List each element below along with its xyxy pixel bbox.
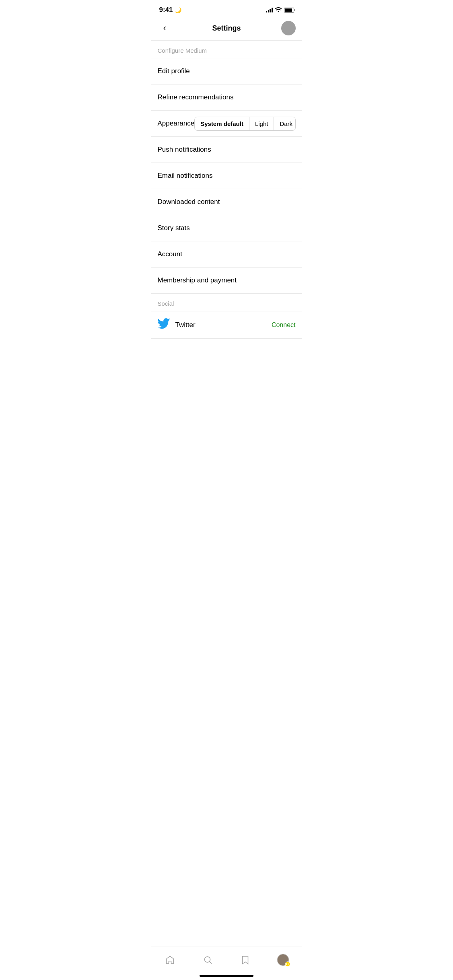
twitter-connect-button[interactable]: Connect: [272, 321, 296, 329]
divider-12: [151, 338, 302, 339]
avatar[interactable]: [281, 21, 296, 35]
account-item[interactable]: Account: [151, 241, 302, 267]
status-bar: 9:41 🌙: [151, 0, 302, 18]
push-notifications-label: Push notifications: [158, 146, 211, 154]
wifi-icon: [275, 7, 282, 13]
email-notifications-label: Email notifications: [158, 172, 213, 180]
email-notifications-item[interactable]: Email notifications: [151, 163, 302, 189]
social-section-label: Social: [151, 294, 302, 311]
refine-recommendations-label: Refine recommendations: [158, 93, 234, 101]
membership-payment-item[interactable]: Membership and payment: [151, 268, 302, 293]
twitter-label: Twitter: [175, 321, 196, 329]
appearance-dark-button[interactable]: Dark: [274, 117, 295, 130]
battery-icon: [284, 8, 294, 12]
twitter-left: Twitter: [158, 318, 196, 332]
push-notifications-item[interactable]: Push notifications: [151, 137, 302, 163]
back-button[interactable]: ‹: [158, 21, 172, 35]
signal-icon: [266, 8, 273, 12]
downloaded-content-item[interactable]: Downloaded content: [151, 189, 302, 215]
story-stats-label: Story stats: [158, 224, 190, 232]
appearance-label: Appearance: [158, 119, 195, 128]
content-area: Configure Medium Edit profile Refine rec…: [151, 41, 302, 372]
appearance-light-button[interactable]: Light: [249, 117, 274, 130]
configure-medium-label: Configure Medium: [151, 41, 302, 58]
downloaded-content-label: Downloaded content: [158, 198, 220, 206]
status-time: 9:41 🌙: [159, 6, 181, 14]
refine-recommendations-item[interactable]: Refine recommendations: [151, 84, 302, 110]
twitter-bird-icon: [158, 318, 170, 332]
appearance-system-default-button[interactable]: System default: [195, 117, 249, 130]
account-label: Account: [158, 250, 182, 258]
appearance-row: Appearance System default Light Dark: [151, 111, 302, 136]
story-stats-item[interactable]: Story stats: [151, 215, 302, 241]
nav-header: ‹ Settings: [151, 18, 302, 40]
appearance-controls: System default Light Dark: [194, 117, 295, 131]
back-chevron-icon: ‹: [163, 23, 166, 33]
moon-icon: 🌙: [175, 7, 181, 13]
edit-profile-label: Edit profile: [158, 67, 190, 75]
twitter-row[interactable]: Twitter Connect: [151, 311, 302, 338]
page-title: Settings: [212, 24, 241, 33]
status-icons: [266, 7, 294, 13]
time-display: 9:41: [159, 6, 173, 14]
membership-payment-label: Membership and payment: [158, 276, 237, 284]
edit-profile-item[interactable]: Edit profile: [151, 58, 302, 84]
